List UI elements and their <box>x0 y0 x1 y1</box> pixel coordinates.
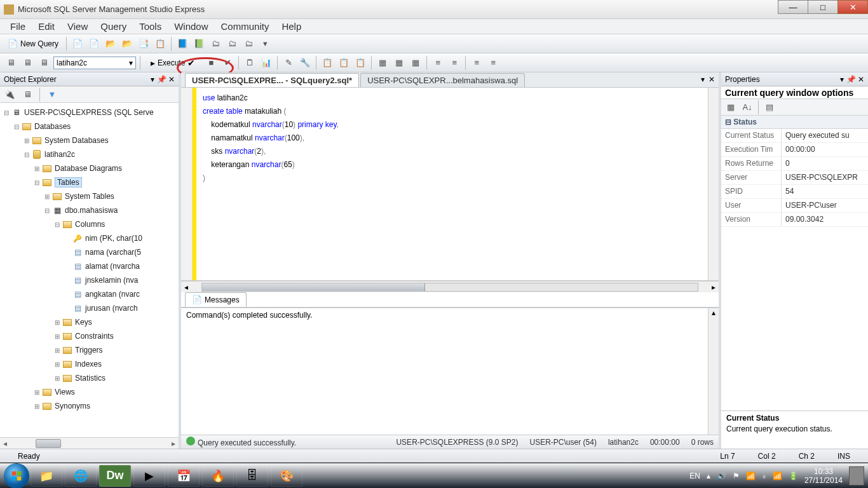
tab-other[interactable]: USER-PC\SQLEXPR...belmahasiswa.sql <box>360 73 525 87</box>
toolbar-icon[interactable]: ▦ <box>409 56 423 70</box>
toolbar-icon[interactable]: 🗂 <box>241 37 255 51</box>
toolbar-icon[interactable]: 📄 <box>71 37 85 51</box>
tree-columns[interactable]: Columns <box>75 220 105 229</box>
tree-table[interactable]: dbo.mahasiswa <box>65 206 118 215</box>
tray-flag-icon[interactable]: ⚑ <box>733 471 740 480</box>
toolbar-icon[interactable]: ▦ <box>376 56 390 70</box>
menu-file[interactable]: File <box>5 19 31 34</box>
object-explorer-tree[interactable]: ⊟🖥USER-PC\SQLEXPRESS (SQL Serve ⊟Databas… <box>0 103 179 437</box>
prop-icon[interactable]: ▤ <box>763 100 776 114</box>
toolbar-open-icon[interactable]: 📂 <box>104 37 118 51</box>
menu-help[interactable]: Help <box>276 19 306 34</box>
tree-item[interactable]: System Databases <box>44 136 109 145</box>
tree-column[interactable]: angkatan (nvarc <box>85 290 140 299</box>
tree-column[interactable]: jurusan (nvarch <box>85 304 138 313</box>
tree-item[interactable]: Constraints <box>75 332 114 341</box>
toolbar-icon[interactable]: ▦ <box>392 56 406 70</box>
disconnect-icon[interactable]: 🖥 <box>20 88 34 102</box>
new-query-button[interactable]: 📄New Query <box>4 37 62 50</box>
outdent-icon[interactable]: ≡ <box>447 56 461 70</box>
tree-item[interactable]: Statistics <box>75 374 105 383</box>
tree-databases[interactable]: Databases <box>34 122 71 131</box>
tray-chevron-icon[interactable]: ▴ <box>707 471 710 480</box>
toolbar-icon[interactable]: ✎ <box>281 56 295 70</box>
tree-database[interactable]: latihan2c <box>44 150 75 159</box>
tray-user-icon[interactable] <box>849 466 864 485</box>
taskbar-app-icon[interactable]: 📅 <box>168 465 200 487</box>
maximize-button[interactable]: □ <box>808 0 838 14</box>
toolbar-icon[interactable]: 🔧 <box>298 56 312 70</box>
alphabetical-icon[interactable]: A↓ <box>740 100 754 114</box>
menu-edit[interactable]: Edit <box>33 19 60 34</box>
parse-icon[interactable]: ✔ <box>220 56 234 70</box>
uncomment-icon[interactable]: ≡ <box>486 56 500 70</box>
menu-window[interactable]: Window <box>169 19 213 34</box>
toolbar-icon[interactable]: 🗂 <box>225 37 239 51</box>
properties-object[interactable]: Current query window options <box>721 86 868 99</box>
execute-button[interactable]: ▸ Execute ✔ <box>144 56 201 70</box>
filter-icon[interactable]: ▼ <box>45 88 59 102</box>
toolbar-icon[interactable]: 📋 <box>320 56 334 70</box>
tab-active[interactable]: USER-PC\SQLEXPRE... - SQLquery2.sql* <box>185 73 359 87</box>
messages-tab[interactable]: 📄Messages <box>185 292 247 307</box>
tree-item[interactable]: Indexes <box>75 360 102 369</box>
menu-tools[interactable]: Tools <box>134 19 166 34</box>
tree-item[interactable]: Triggers <box>75 346 103 355</box>
messages-pane[interactable]: Command(s) completed successfully. ▴ <box>181 308 719 435</box>
toolbar-icon[interactable]: 📋 <box>153 37 167 51</box>
taskbar-app-icon[interactable]: 🔥 <box>202 465 234 487</box>
toolbar-icon[interactable]: 📗 <box>192 37 206 51</box>
taskbar-paint-icon[interactable]: 🎨 <box>271 465 302 487</box>
categorized-icon[interactable]: ▦ <box>724 100 738 114</box>
start-button[interactable] <box>4 463 29 489</box>
tray-battery-icon[interactable]: 🔋 <box>789 471 798 480</box>
toolbar-icon[interactable]: 🖥 <box>37 56 51 70</box>
toolbar-icon[interactable]: 🖥 <box>20 56 34 70</box>
close-button[interactable]: ✕ <box>837 0 868 14</box>
toolbar-icon[interactable]: 📑 <box>137 37 151 51</box>
toolbar-icon[interactable]: 📊 <box>259 56 273 70</box>
toolbar-icon[interactable]: 🖥 <box>4 56 18 70</box>
messages-scrollbar[interactable]: ▴ <box>708 308 719 435</box>
tray-icon[interactable]: ⬨ <box>762 471 766 480</box>
tree-item[interactable]: Views <box>55 388 75 396</box>
tree-item[interactable]: Database Diagrams <box>55 164 122 173</box>
toolbar-icon[interactable]: 📘 <box>175 37 189 51</box>
toolbar-icon[interactable]: 🗒 <box>243 56 257 70</box>
comment-icon[interactable]: ≡ <box>470 56 484 70</box>
taskbar-explorer-icon[interactable]: 📁 <box>31 465 62 487</box>
tree-item[interactable]: System Tables <box>65 192 114 201</box>
properties-grid[interactable]: ⊟ Status Current StatusQuery executed su… <box>721 116 868 410</box>
tree-item[interactable]: Keys <box>75 318 92 327</box>
toolbar-icon[interactable]: 📂 <box>120 37 134 51</box>
toolbar-icon[interactable]: ▾ <box>258 37 272 51</box>
explorer-scrollbar[interactable]: ◂ ▸ <box>0 437 179 449</box>
tray-signal-icon[interactable]: 📶 <box>773 471 782 480</box>
minimize-button[interactable]: — <box>778 0 808 14</box>
taskbar-chrome-icon[interactable]: 🌐 <box>65 465 97 487</box>
menu-community[interactable]: Community <box>216 19 275 34</box>
tree-column[interactable]: alamat (nvarcha <box>85 262 140 271</box>
toolbar-icon[interactable]: 🗂 <box>208 37 222 51</box>
connect-icon[interactable]: 🔌 <box>3 88 17 102</box>
code-editor[interactable]: use latihan2c create table matakuliah ( … <box>181 88 719 281</box>
taskbar-dreamweaver-icon[interactable]: Dw <box>99 465 131 487</box>
toolbar-icon[interactable]: 📋 <box>353 56 367 70</box>
indent-icon[interactable]: ≡ <box>431 56 445 70</box>
menu-view[interactable]: View <box>62 19 93 34</box>
tray-volume-icon[interactable]: 🔊 <box>717 471 726 480</box>
tree-tables[interactable]: Tables <box>55 177 82 187</box>
tab-menu-icon[interactable]: ▾ <box>701 75 705 84</box>
toolbar-icon[interactable]: 📄 <box>87 37 101 51</box>
tray-language[interactable]: EN <box>689 471 700 480</box>
code-content[interactable]: use latihan2c create table matakuliah ( … <box>196 88 719 280</box>
taskbar-mediaplayer-icon[interactable]: ▶ <box>133 465 165 487</box>
tree-item[interactable]: Synonyms <box>55 402 90 410</box>
editor-vscrollbar[interactable] <box>708 88 719 280</box>
tree-server[interactable]: USER-PC\SQLEXPRESS (SQL Serve <box>24 108 154 117</box>
tray-network-icon[interactable]: 📶 <box>746 471 756 480</box>
tree-column[interactable]: jnskelamin (nva <box>85 276 138 285</box>
editor-hscrollbar[interactable]: ◂ ▸ <box>181 281 719 292</box>
taskbar-ssms-icon[interactable]: 🗄 <box>236 465 268 487</box>
property-category[interactable]: ⊟ Status <box>721 116 868 129</box>
